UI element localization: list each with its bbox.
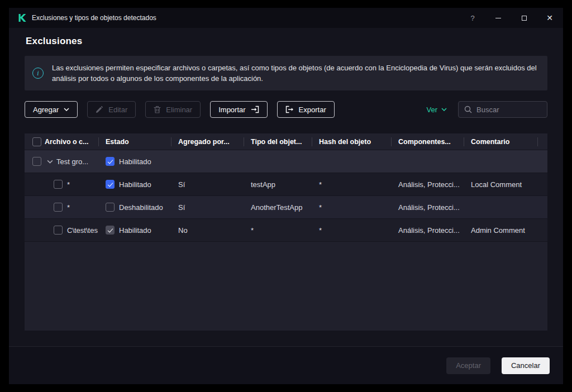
- export-icon: [285, 106, 294, 113]
- view-dropdown[interactable]: Ver: [426, 106, 447, 114]
- file-name: *: [67, 203, 70, 212]
- window-title: Exclusiones y tipos de objetos detectado…: [32, 14, 156, 22]
- row-select-cell: [25, 219, 44, 241]
- import-icon: [251, 106, 259, 113]
- footer: Aceptar Cancelar: [9, 346, 563, 384]
- row-end-spacer: [537, 196, 547, 218]
- status-cell: Habilitado: [98, 150, 171, 173]
- group-name: Test gro...: [56, 157, 88, 166]
- export-button-label: Exportar: [299, 106, 326, 114]
- maximize-icon: [522, 16, 527, 21]
- kaspersky-logo-icon: [18, 13, 27, 22]
- minimize-button[interactable]: [494, 13, 503, 22]
- row-select-cell: [25, 150, 44, 173]
- table-empty-area: [25, 242, 547, 331]
- table-header: Archivo o c... Estado Agregado por... Ti…: [25, 133, 547, 150]
- status-cell: Habilitado: [98, 173, 171, 195]
- edit-button[interactable]: Editar: [87, 101, 136, 118]
- status-label: Habilitado: [119, 157, 151, 166]
- components-cell: Análisis, Protecci...: [391, 173, 464, 195]
- status-checkbox[interactable]: [106, 226, 115, 235]
- components-cell: Análisis, Protecci...: [391, 196, 464, 218]
- status-cell: Deshabilitado: [98, 196, 171, 218]
- row-checkbox[interactable]: [54, 180, 63, 189]
- accept-button[interactable]: Aceptar: [446, 357, 490, 374]
- chevron-down-icon[interactable]: [47, 160, 53, 164]
- table-row[interactable]: C\test\tes... Habilitado No * * Análisis…: [25, 219, 547, 242]
- column-header-status[interactable]: Estado: [98, 133, 171, 150]
- select-all-cell: [25, 133, 44, 150]
- row-end-spacer: [537, 173, 547, 195]
- maximize-button[interactable]: [519, 13, 528, 22]
- delete-button[interactable]: Eliminar: [145, 101, 201, 118]
- close-button[interactable]: ✕: [545, 13, 554, 22]
- added-by-cell: Sí: [171, 196, 244, 218]
- exclusions-table: Archivo o c... Estado Agregado por... Ti…: [25, 133, 547, 331]
- column-header-file[interactable]: Archivo o c...: [44, 133, 98, 150]
- window-controls: ? ✕: [468, 13, 554, 22]
- help-button[interactable]: ?: [468, 13, 477, 22]
- object-type-cell: testApp: [244, 173, 312, 195]
- view-dropdown-label: Ver: [426, 106, 437, 114]
- search-box: [458, 101, 547, 118]
- column-header-components[interactable]: Componentes...: [391, 133, 464, 150]
- titlebar: Exclusiones y tipos de objetos detectado…: [9, 8, 563, 28]
- comment-cell: [464, 196, 537, 218]
- cancel-button[interactable]: Cancelar: [502, 357, 550, 374]
- row-checkbox[interactable]: [54, 203, 63, 212]
- chevron-down-icon: [64, 108, 69, 111]
- object-hash-cell: *: [312, 219, 391, 241]
- add-button[interactable]: Agregar: [25, 101, 78, 118]
- added-by-cell: No: [171, 219, 244, 241]
- status-checkbox[interactable]: [106, 180, 115, 189]
- export-button[interactable]: Exportar: [277, 101, 335, 118]
- column-header-spacer: [537, 133, 547, 150]
- group-name-cell: Test gro...: [44, 150, 98, 173]
- column-header-added-by[interactable]: Agregado por...: [171, 133, 244, 150]
- toolbar: Agregar Editar Eliminar Importar Exporta…: [25, 101, 547, 118]
- object-type-cell: AnotherTestApp: [244, 196, 312, 218]
- minimize-icon: [495, 18, 501, 18]
- page-title: Exclusiones: [26, 35, 546, 47]
- row-select-cell: [25, 173, 44, 195]
- chevron-down-icon: [441, 108, 447, 111]
- table-row[interactable]: * Habilitado Sí testApp * Análisis, Prot…: [25, 173, 547, 196]
- search-icon: [464, 106, 472, 113]
- status-label: Deshabilitado: [119, 203, 163, 212]
- components-cell: Análisis, Protecci...: [391, 219, 464, 241]
- comment-cell: Local Comment: [464, 173, 537, 195]
- status-label: Habilitado: [119, 226, 151, 235]
- row-select-cell: [25, 196, 44, 218]
- status-label: Habilitado: [119, 180, 151, 189]
- trash-icon: [154, 106, 161, 113]
- pencil-icon: [96, 106, 103, 113]
- status-cell: Habilitado: [98, 219, 171, 241]
- info-icon: i: [32, 68, 44, 79]
- row-checkbox[interactable]: [54, 226, 63, 235]
- select-all-checkbox[interactable]: [32, 137, 41, 146]
- column-header-object-hash[interactable]: Hash del objeto: [312, 133, 391, 150]
- delete-button-label: Eliminar: [166, 106, 192, 114]
- row-checkbox[interactable]: [32, 157, 41, 166]
- column-header-comment[interactable]: Comentario: [464, 133, 537, 150]
- comment-cell: Admin Comment: [464, 219, 537, 241]
- file-cell: C\test\tes...: [44, 219, 98, 241]
- add-button-label: Agregar: [33, 106, 59, 114]
- search-input[interactable]: [476, 106, 541, 114]
- row-end-spacer: [537, 219, 547, 241]
- object-hash-cell: *: [312, 173, 391, 195]
- file-name: *: [67, 180, 70, 189]
- file-name: C\test\tes...: [67, 226, 98, 235]
- column-header-object-type[interactable]: Tipo del objet...: [244, 133, 312, 150]
- info-banner: i Las exclusiones permiten especificar a…: [25, 56, 547, 90]
- file-cell: *: [44, 196, 98, 218]
- table-row[interactable]: * Deshabilitado Sí AnotherTestApp * Anál…: [25, 196, 547, 219]
- import-button-label: Importar: [218, 106, 245, 114]
- file-cell: *: [44, 173, 98, 195]
- object-hash-cell: *: [312, 196, 391, 218]
- table-group-row[interactable]: Test gro... Habilitado: [25, 150, 547, 173]
- app-window: Exclusiones y tipos de objetos detectado…: [9, 8, 563, 384]
- import-button[interactable]: Importar: [210, 101, 267, 118]
- status-checkbox[interactable]: [106, 157, 115, 166]
- status-checkbox[interactable]: [106, 203, 115, 212]
